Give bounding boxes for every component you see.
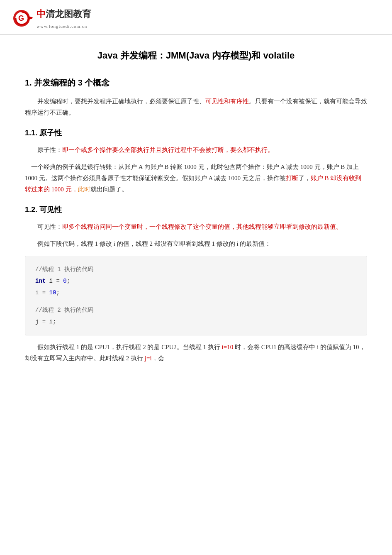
code-line-1: //线程 1 执行的代码 [35, 264, 357, 275]
code-block: //线程 1 执行的代码 int i = 0; i = 10; //线程 2 执… [25, 256, 367, 335]
code-i-decl: i = [46, 278, 63, 284]
section-1-2-para3: 假如执行线程 1 的是 CPU1，执行线程 2 的是 CPU2。当线程 1 执行… [25, 342, 367, 364]
code-line-2: int i = 0; [35, 275, 357, 287]
code-line-6: j = i; [35, 316, 357, 328]
account-b-highlight: 账户 B 却没有收到转过来的 1000 元，此时 [25, 175, 361, 193]
s1-2-para3-before: 假如执行线程 1 的是 CPU1，执行线程 2 的是 CPU2。当线程 1 执行 [37, 344, 222, 350]
broken-highlight: 打断 [286, 175, 298, 181]
section-1-2-heading: 1.2. 可见性 [25, 203, 367, 216]
code-num-0: 0 [63, 278, 66, 284]
section-1-1-heading: 1.1. 原子性 [25, 127, 367, 139]
code-comment-2: //线程 2 执行的代码 [35, 307, 93, 313]
code-j-assign: j = i; [35, 318, 56, 325]
section-1-para1: 并发编程时，要想并发程序正确地执行，必须要保证原子性、可见性和有序性。只要有一个… [25, 96, 367, 118]
logo-container: G 中中清龙图教育 www.longtuedi.com.cn [12, 6, 91, 30]
code-ref-2: j=i [145, 355, 152, 362]
ci-shi-highlight: 此时 [78, 186, 90, 193]
code-keyword-int: int [35, 278, 46, 284]
s1-2-para3-end: ，会 [152, 355, 164, 362]
s1-1-para1-highlight: 即一个或多个操作要么全部执行并且执行过程中不会被打断，要么都不执行。 [62, 147, 274, 153]
s1-para1-before: 并发编程时，要想并发程序正确地执行，必须要保证原子性、 [37, 98, 205, 105]
code-semicolon-1: ; [67, 278, 70, 284]
s1-2-para1-highlight2: 最新值。 [317, 223, 342, 230]
s1-1-para2-main: 一个经典的例子就是银行转账：从账户 A 向账户 B 转账 1000 元，此时包含… [25, 164, 361, 193]
svg-text:G: G [18, 14, 24, 22]
section-1-2-para1: 可见性：即多个线程访问同一个变量时，一个线程修改了这个变量的值，其他线程能够立即… [25, 221, 367, 232]
logo-main-text: 中中清龙图教育 [37, 6, 91, 22]
logo-text-block: 中中清龙图教育 www.longtuedi.com.cn [37, 6, 91, 30]
code-semicolon-2: ; [56, 289, 59, 296]
section-1-1-para2: 一个经典的例子就是银行转账：从账户 A 向账户 B 转账 1000 元，此时包含… [25, 161, 367, 195]
code-line-3: i = 10; [35, 287, 357, 298]
s1-1-para1-before: 原子性： [37, 147, 62, 153]
section-1-1-para1: 原子性：即一个或多个操作要么全部执行并且执行过程中不会被打断，要么都不执行。 [25, 144, 367, 156]
code-line-5: //线程 2 执行的代码 [35, 304, 357, 316]
page-container: G 中中清龙图教育 www.longtuedi.com.cn Java 并发编程… [0, 0, 392, 555]
section-1-heading: 1. 并发编程的 3 个概念 [25, 76, 367, 90]
logo-icon: G [12, 9, 34, 28]
s1-para1-highlight: 可见性和有序性 [205, 98, 249, 105]
section-1-2-para2: 例如下段代码，线程 1 修改 i 的值，线程 2 却没有立即看到线程 1 修改的… [25, 238, 367, 249]
code-separator [35, 298, 357, 304]
code-i-assign: i = [35, 289, 49, 296]
code-num-10: 10 [49, 289, 56, 296]
main-title: Java 并发编程：JMM(Java 内存模型)和 volatile [25, 48, 367, 63]
s1-2-para1-before: 可见性： [37, 223, 62, 230]
logo-subtitle: www.longtuedi.com.cn [37, 22, 91, 30]
code-ref-1: i=10 [222, 344, 234, 350]
logo-graphic: G 中中清龙图教育 www.longtuedi.com.cn [12, 6, 91, 30]
s1-2-para1-highlight: 即多个线程访问同一个变量时，一个线程修改了这个变量的值，其他线程能够立即看到修改… [62, 223, 317, 230]
logo-char-zhi: 中 [37, 9, 46, 19]
header: G 中中清龙图教育 www.longtuedi.com.cn [0, 0, 392, 35]
content-area: Java 并发编程：JMM(Java 内存模型)和 volatile 1. 并发… [0, 35, 392, 382]
code-comment-1: //线程 1 执行的代码 [35, 266, 93, 273]
